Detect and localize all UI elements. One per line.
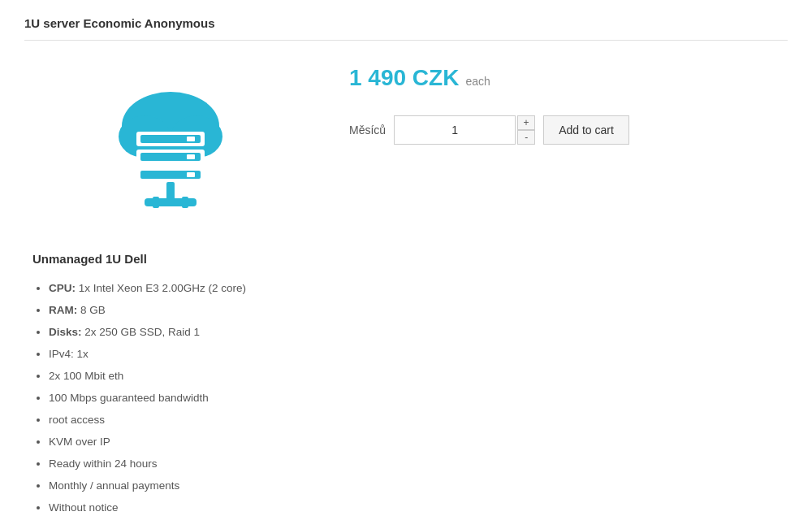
- server-cloud-icon: [89, 65, 252, 228]
- list-item: root access: [49, 409, 317, 431]
- svg-rect-14: [153, 197, 159, 208]
- svg-rect-5: [187, 137, 195, 141]
- svg-rect-15: [182, 197, 188, 208]
- add-to-cart-button[interactable]: Add to cart: [543, 115, 629, 145]
- price-amount: 1 490: [349, 65, 406, 90]
- list-item: 100 Mbps guaranteed bandwidth: [49, 387, 317, 409]
- svg-rect-8: [187, 154, 195, 159]
- months-label: Měsíců: [349, 124, 386, 137]
- list-item: CPU: 1x Intel Xeon E3 2.00GHz (2 core): [49, 277, 317, 299]
- svg-rect-13: [145, 198, 197, 206]
- list-item: Disks: 2x 250 GB SSD, Raid 1: [49, 321, 317, 343]
- svg-rect-11: [187, 172, 195, 177]
- list-item: IPv4: 1x: [49, 343, 317, 365]
- svg-rect-12: [166, 182, 175, 200]
- specs-section: Unmanaged 1U Dell CPU: 1x Intel Xeon E3 …: [24, 252, 317, 516]
- list-item: Ready within 24 hours: [49, 453, 317, 475]
- main-content: Unmanaged 1U Dell CPU: 1x Intel Xeon E3 …: [24, 57, 788, 516]
- specs-title: Unmanaged 1U Dell: [32, 252, 317, 266]
- quantity-group: + -: [394, 115, 535, 145]
- list-item: RAM: 8 GB: [49, 299, 317, 321]
- page-container: 1U server Economic Anonymous: [0, 0, 812, 516]
- stepper-buttons: + -: [517, 115, 535, 145]
- list-item: KVM over IP: [49, 431, 317, 453]
- left-section: Unmanaged 1U Dell CPU: 1x Intel Xeon E3 …: [24, 57, 317, 516]
- list-item: Without notice: [49, 496, 317, 516]
- stepper-down-button[interactable]: -: [517, 130, 535, 145]
- quantity-input[interactable]: [394, 115, 516, 145]
- order-row: Měsíců + - Add to cart: [349, 115, 788, 145]
- stepper-up-button[interactable]: +: [517, 115, 535, 130]
- price-currency: CZK: [412, 65, 460, 90]
- price-unit: each: [465, 75, 490, 88]
- price-row: 1 490 CZK each: [349, 65, 788, 91]
- right-section: 1 490 CZK each Měsíců + - Add to cart: [349, 57, 788, 516]
- list-item: 2x 100 Mbit eth: [49, 365, 317, 387]
- list-item: Monthly / annual payments: [49, 475, 317, 496]
- price-value: 1 490 CZK: [349, 65, 459, 91]
- page-title: 1U server Economic Anonymous: [24, 16, 788, 41]
- specs-list: CPU: 1x Intel Xeon E3 2.00GHz (2 core)RA…: [32, 277, 317, 516]
- server-icon-container: [89, 57, 252, 236]
